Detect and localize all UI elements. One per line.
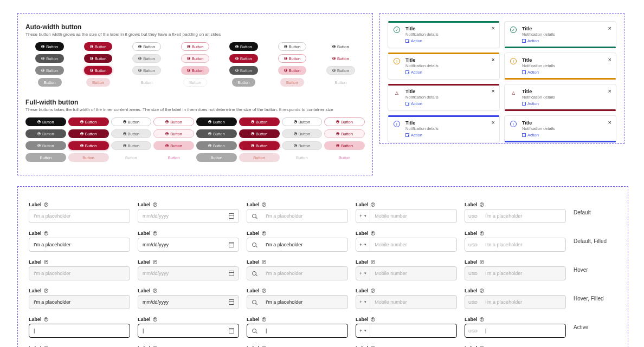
calendar-icon[interactable] — [224, 296, 239, 309]
button-outline[interactable]: Button — [282, 117, 323, 126]
help-icon[interactable]: ? — [480, 289, 484, 293]
button-primary[interactable]: Button — [229, 42, 258, 51]
button-danger[interactable]: Button — [229, 54, 258, 63]
button-danger-outline-hover[interactable]: Button — [324, 129, 365, 138]
dial-code-select[interactable]: +▾ — [356, 267, 370, 280]
help-icon[interactable]: ? — [44, 289, 48, 293]
phone-input[interactable]: +▾ — [356, 295, 457, 309]
close-icon[interactable]: × — [492, 119, 495, 126]
button-danger-outline-hover[interactable]: Button — [153, 129, 194, 138]
button-danger-soft[interactable]: Button — [153, 141, 194, 150]
search-input[interactable] — [247, 238, 348, 252]
notification-action[interactable]: Action — [522, 101, 610, 106]
button-danger-outline[interactable]: Button — [181, 42, 210, 51]
button-danger-active[interactable]: Button — [68, 141, 109, 150]
button-outline-active[interactable]: Button — [111, 141, 152, 150]
help-icon[interactable]: ? — [44, 260, 48, 264]
dial-code-select[interactable]: +▾ — [356, 324, 370, 337]
phone-input[interactable]: +▾ — [356, 209, 457, 223]
calendar-icon[interactable] — [224, 238, 239, 251]
close-icon[interactable]: × — [608, 56, 611, 63]
date-input[interactable] — [138, 238, 239, 252]
button-danger-outline[interactable]: Button — [324, 117, 365, 126]
button-danger-active[interactable]: Button — [239, 141, 280, 150]
close-icon[interactable]: × — [492, 25, 495, 31]
phone-input[interactable]: +▾ — [356, 238, 457, 252]
calendar-icon[interactable] — [224, 267, 239, 280]
date-input[interactable] — [138, 266, 239, 280]
close-icon[interactable]: × — [608, 25, 611, 31]
button-text-hover[interactable]: Button — [326, 66, 355, 75]
help-icon[interactable]: ? — [262, 231, 266, 235]
button-danger[interactable]: Button — [84, 42, 113, 51]
button-danger-hover[interactable]: Button — [84, 54, 113, 63]
button-pressed[interactable]: Button — [229, 66, 258, 75]
date-input[interactable] — [138, 209, 239, 223]
button-primary[interactable]: Button — [35, 42, 64, 51]
button-danger-soft[interactable]: Button — [278, 66, 307, 75]
currency-input[interactable]: USD — [465, 238, 566, 252]
help-icon[interactable]: ? — [371, 202, 375, 207]
help-icon[interactable]: ? — [44, 231, 48, 235]
button-active[interactable]: Button — [25, 141, 66, 150]
calendar-icon[interactable] — [224, 209, 239, 222]
button-primary[interactable]: Button — [196, 117, 237, 126]
search-input[interactable] — [247, 295, 348, 309]
button-outline-hover[interactable]: Button — [132, 54, 161, 63]
notification-action[interactable]: Action — [522, 70, 610, 75]
button-active[interactable]: Button — [35, 66, 64, 75]
notification-action[interactable]: Action — [405, 70, 494, 75]
close-icon[interactable]: × — [492, 56, 495, 63]
help-icon[interactable]: ? — [480, 260, 484, 264]
dial-code-select[interactable]: +▾ — [356, 238, 370, 251]
button-danger[interactable]: Button — [68, 117, 109, 126]
help-icon[interactable]: ? — [153, 289, 157, 293]
button-outline[interactable]: Button — [132, 42, 161, 51]
calendar-icon[interactable] — [224, 324, 239, 337]
button-outline-hover[interactable]: Button — [282, 129, 323, 138]
help-icon[interactable]: ? — [44, 317, 48, 322]
notification-action[interactable]: Action — [405, 101, 494, 106]
currency-input[interactable]: USD — [465, 209, 566, 223]
button-danger-hover[interactable]: Button — [68, 129, 109, 138]
button-outline-hover[interactable]: Button — [111, 129, 152, 138]
phone-input[interactable]: +▾ — [356, 324, 457, 338]
notification-action[interactable]: Action — [405, 38, 494, 43]
button-danger[interactable]: Button — [239, 117, 280, 126]
close-icon[interactable]: × — [608, 88, 611, 94]
search-input[interactable] — [247, 209, 348, 223]
text-input[interactable] — [29, 209, 130, 223]
help-icon[interactable]: ? — [371, 260, 375, 264]
phone-input[interactable]: +▾ — [356, 266, 457, 280]
date-input[interactable] — [138, 324, 239, 338]
button-danger-hover[interactable]: Button — [239, 129, 280, 138]
dial-code-select[interactable]: +▾ — [356, 209, 370, 222]
currency-input[interactable]: USD — [465, 266, 566, 280]
button-danger-outline-hover[interactable]: Button — [181, 54, 210, 63]
help-icon[interactable]: ? — [153, 231, 157, 235]
help-icon[interactable]: ? — [371, 289, 375, 293]
button-text[interactable]: Button — [327, 42, 355, 51]
close-icon[interactable]: × — [608, 119, 611, 126]
help-icon[interactable]: ? — [371, 317, 375, 322]
button-danger-soft[interactable]: Button — [324, 141, 365, 150]
button-danger-soft[interactable]: Button — [181, 66, 210, 75]
button-hover[interactable]: Button — [25, 129, 66, 138]
help-icon[interactable]: ? — [480, 202, 484, 207]
text-input[interactable] — [29, 295, 130, 309]
notification-action[interactable]: Action — [405, 133, 494, 138]
help-icon[interactable]: ? — [480, 317, 484, 322]
help-icon[interactable]: ? — [262, 317, 266, 322]
help-icon[interactable]: ? — [262, 202, 266, 207]
text-input[interactable] — [29, 324, 130, 338]
search-input[interactable] — [247, 324, 348, 338]
button-hover[interactable]: Button — [35, 54, 64, 63]
button-hover[interactable]: Button — [196, 129, 237, 138]
notification-action[interactable]: Action — [522, 133, 610, 138]
button-outline[interactable]: Button — [278, 42, 307, 51]
help-icon[interactable]: ? — [44, 202, 48, 207]
button-outline-active[interactable]: Button — [282, 141, 323, 150]
notification-action[interactable]: Action — [522, 38, 610, 43]
help-icon[interactable]: ? — [153, 202, 157, 207]
currency-input[interactable]: USD — [465, 295, 566, 309]
